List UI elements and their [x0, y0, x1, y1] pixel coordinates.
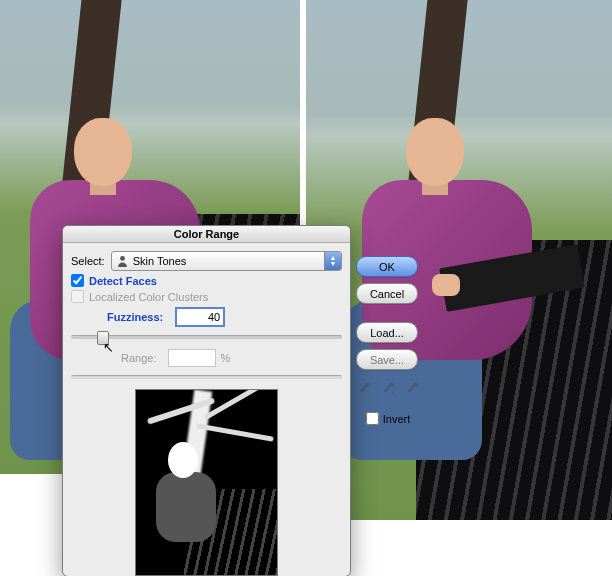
cursor-icon: ↖: [103, 340, 114, 355]
range-slider: [71, 369, 342, 383]
chevron-updown-icon: ▲▼: [324, 252, 341, 270]
ok-button[interactable]: OK: [356, 256, 418, 277]
cancel-button[interactable]: Cancel: [356, 283, 418, 304]
range-input: [168, 349, 216, 367]
save-button[interactable]: Save...: [356, 349, 418, 370]
select-value: Skin Tones: [133, 255, 187, 267]
eyedropper-minus-icon: -: [406, 382, 420, 396]
localized-clusters-checkbox: Localized Color Clusters: [71, 290, 342, 303]
fuzziness-label: Fuzziness:: [107, 311, 163, 323]
range-label: Range:: [121, 352, 156, 364]
after-photo: [306, 0, 612, 520]
invert-checkbox[interactable]: Invert: [366, 412, 411, 425]
dialog-title: Color Range: [63, 226, 350, 243]
eyedropper-icon: [358, 382, 372, 396]
svg-point-0: [120, 256, 125, 261]
svg-text:+: +: [391, 389, 395, 396]
load-button[interactable]: Load...: [356, 322, 418, 343]
eyedropper-plus-icon: +: [382, 382, 396, 396]
range-unit: %: [220, 352, 230, 364]
select-dropdown[interactable]: Skin Tones ▲▼: [111, 251, 342, 271]
color-range-dialog: Color Range Select: Skin Tones ▲▼ Detect…: [62, 225, 351, 576]
select-label: Select:: [71, 255, 105, 267]
hand: [432, 274, 460, 296]
fuzziness-slider[interactable]: ↖: [71, 329, 342, 343]
fuzziness-input[interactable]: [175, 307, 225, 327]
person-icon: [116, 255, 129, 268]
svg-text:-: -: [415, 389, 418, 396]
selection-preview: [135, 389, 278, 576]
detect-faces-checkbox[interactable]: Detect Faces: [71, 274, 342, 287]
